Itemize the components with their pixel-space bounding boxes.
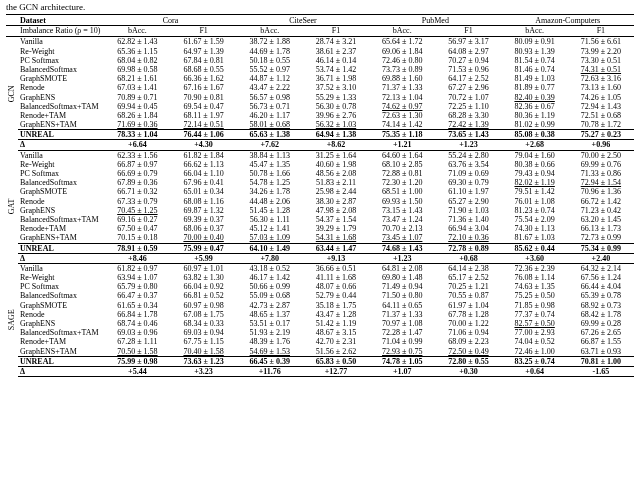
table-row: Re-Weight66.87 ± 0.9766.62 ± 1.1345.47 ±… — [6, 160, 634, 169]
value-cell: 72.10 ± 0.36 — [435, 233, 501, 243]
value-cell: 69.93 ± 1.50 — [369, 197, 435, 206]
value-cell: 78.91 ± 0.59 — [104, 243, 170, 253]
value-cell: 73.30 ± 0.51 — [568, 56, 634, 65]
value-cell: 43.47 ± 1.28 — [303, 310, 369, 319]
value-cell: 57.03 ± 1.09 — [237, 233, 303, 243]
method-name: BalancedSoftmax — [18, 65, 104, 74]
value-cell: 81.46 ± 0.74 — [502, 65, 568, 74]
value-cell: 67.96 ± 0.41 — [171, 178, 237, 187]
table-row: Renode67.33 ± 0.7968.08 ± 1.1644.48 ± 2.… — [6, 197, 634, 206]
value-cell: 56.97 ± 3.17 — [435, 37, 501, 47]
value-cell: 72.73 ± 0.99 — [568, 233, 634, 243]
value-cell: 66.04 ± 0.92 — [171, 282, 237, 291]
value-cell: 68.21 ± 1.61 — [104, 74, 170, 83]
value-cell: 61.97 ± 1.04 — [435, 301, 501, 310]
value-cell: 71.04 ± 0.99 — [369, 337, 435, 346]
value-cell: 68.51 ± 1.00 — [369, 187, 435, 196]
value-cell: 40.60 ± 1.98 — [303, 160, 369, 169]
value-cell: 70.00 ± 0.40 — [171, 233, 237, 243]
table-row: PC Softmax66.69 ± 0.7966.04 ± 1.1050.78 … — [6, 169, 634, 178]
table-row: PC Softmax65.79 ± 0.8066.04 ± 0.9250.66 … — [6, 282, 634, 291]
value-cell: 61.10 ± 1.97 — [435, 187, 501, 196]
header-row-datasets: Dataset Cora CiteSeer PubMed Amazon-Comp… — [6, 15, 634, 26]
value-cell: 72.28 ± 1.47 — [369, 328, 435, 337]
value-cell: 51.83 ± 2.11 — [303, 178, 369, 187]
value-cell: 81.89 ± 0.77 — [502, 83, 568, 92]
value-cell: 56.57 ± 0.98 — [237, 93, 303, 102]
value-cell: 68.06 ± 0.37 — [171, 224, 237, 233]
value-cell: 64.94 ± 1.38 — [303, 130, 369, 140]
value-cell: 72.94 ± 1.54 — [568, 178, 634, 187]
method-name: PC Softmax — [18, 56, 104, 65]
value-cell: 66.36 ± 1.62 — [171, 74, 237, 83]
unreal-label: UNREAL — [18, 356, 104, 366]
value-cell: 71.50 ± 0.80 — [369, 291, 435, 300]
value-cell: 82.40 ± 0.39 — [502, 93, 568, 102]
delta-row: Δ+8.46+5.99+7.80+9.13+1.23+0.68+3.60+2.4… — [6, 253, 634, 263]
value-cell: 67.27 ± 2.96 — [435, 83, 501, 92]
value-cell: 75.34 ± 0.99 — [568, 243, 634, 253]
value-cell: 53.74 ± 1.42 — [303, 65, 369, 74]
value-cell: 56.30 ± 0.78 — [303, 102, 369, 111]
table-row: BalancedSoftmax+TAM69.94 ± 0.4569.54 ± 0… — [6, 102, 634, 111]
delta-cell: +7.80 — [237, 253, 303, 263]
delta-cell: -1.65 — [568, 366, 634, 376]
value-cell: 70.72 ± 1.07 — [435, 93, 501, 102]
value-cell: 67.26 ± 2.65 — [568, 328, 634, 337]
caption-fragment: the GCN architecture. — [0, 0, 640, 12]
value-cell: 66.45 ± 0.39 — [237, 356, 303, 366]
method-name: BalancedSoftmax+TAM — [18, 328, 104, 337]
value-cell: 85.62 ± 0.44 — [502, 243, 568, 253]
method-name: BalancedSoftmax — [18, 178, 104, 187]
value-cell: 68.28 ± 3.30 — [435, 111, 501, 120]
ds-citeseer: CiteSeer — [237, 15, 369, 26]
value-cell: 66.81 ± 0.52 — [171, 291, 237, 300]
table-row: BalancedSoftmax+TAM69.16 ± 0.2769.39 ± 0… — [6, 215, 634, 224]
value-cell: 75.25 ± 0.50 — [502, 291, 568, 300]
value-cell: 55.29 ± 1.33 — [303, 93, 369, 102]
value-cell: 69.06 ± 1.84 — [369, 47, 435, 56]
table-row: GraphENS+TAM71.69 ± 0.3672.14 ± 0.5158.0… — [6, 120, 634, 130]
value-cell: 50.18 ± 0.55 — [237, 56, 303, 65]
value-cell: 80.36 ± 1.19 — [502, 111, 568, 120]
value-cell: 36.66 ± 0.51 — [303, 263, 369, 273]
delta-cell: +3.23 — [171, 366, 237, 376]
value-cell: 72.13 ± 1.04 — [369, 93, 435, 102]
value-cell: 68.10 ± 2.85 — [369, 160, 435, 169]
value-cell: 39.29 ± 1.79 — [303, 224, 369, 233]
method-name: Re-Weight — [18, 47, 104, 56]
ds-cora: Cora — [104, 15, 236, 26]
value-cell: 38.72 ± 1.88 — [237, 37, 303, 47]
unreal-row: UNREAL78.33 ± 1.0476.44 ± 1.0665.63 ± 1.… — [6, 130, 634, 140]
value-cell: 81.54 ± 0.74 — [502, 56, 568, 65]
value-cell: 70.00 ± 1.22 — [435, 319, 501, 328]
arch-label: SAGE — [6, 263, 18, 376]
value-cell: 64.11 ± 0.65 — [369, 301, 435, 310]
method-name: Vanilla — [18, 37, 104, 47]
method-name: BalancedSoftmax+TAM — [18, 215, 104, 224]
value-cell: 76.44 ± 1.06 — [171, 130, 237, 140]
value-cell: 67.75 ± 1.15 — [171, 337, 237, 346]
value-cell: 56.73 ± 0.71 — [237, 102, 303, 111]
metric-label: bAcc. — [104, 26, 170, 37]
value-cell: 44.48 ± 2.06 — [237, 197, 303, 206]
method-name: BalancedSoftmax+TAM — [18, 102, 104, 111]
unreal-row: UNREAL78.91 ± 0.5975.99 ± 0.4764.10 ± 1.… — [6, 243, 634, 253]
value-cell: 63.76 ± 3.54 — [435, 160, 501, 169]
value-cell: 64.17 ± 2.52 — [435, 74, 501, 83]
value-cell: 63.94 ± 1.07 — [104, 273, 170, 282]
value-cell: 48.67 ± 3.15 — [303, 328, 369, 337]
value-cell: 66.72 ± 1.42 — [568, 197, 634, 206]
value-cell: 68.92 ± 0.73 — [568, 301, 634, 310]
value-cell: 68.26 ± 1.84 — [104, 111, 170, 120]
value-cell: 74.68 ± 1.43 — [369, 243, 435, 253]
table-row: Re-Weight63.94 ± 1.0763.82 ± 1.3046.17 ±… — [6, 273, 634, 282]
value-cell: 63.44 ± 1.47 — [303, 243, 369, 253]
value-cell: 78.33 ± 1.04 — [104, 130, 170, 140]
value-cell: 65.17 ± 2.52 — [435, 273, 501, 282]
value-cell: 70.45 ± 1.25 — [104, 206, 170, 215]
value-cell: 67.08 ± 1.75 — [171, 310, 237, 319]
value-cell: 66.94 ± 3.04 — [435, 224, 501, 233]
value-cell: 74.30 ± 1.13 — [502, 224, 568, 233]
value-cell: 72.88 ± 0.81 — [369, 169, 435, 178]
